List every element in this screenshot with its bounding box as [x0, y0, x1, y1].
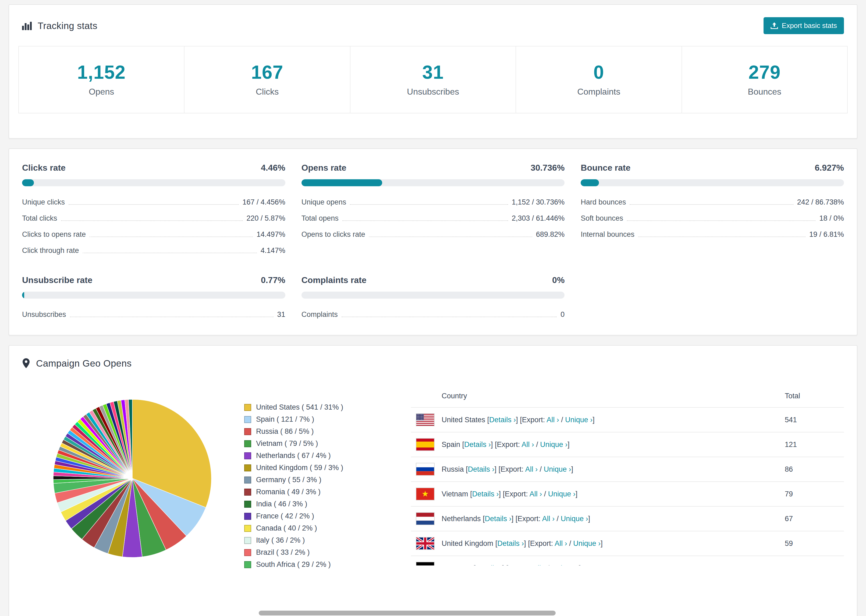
- export-unique-link[interactable]: Unique ›: [565, 416, 592, 424]
- country-name: Vietnam: [442, 490, 468, 498]
- rate-row-value: 14.497%: [257, 230, 285, 239]
- legend-label: France ( 42 / 2% ): [256, 512, 314, 520]
- country-total: 55: [785, 564, 844, 566]
- details-link[interactable]: Details ›: [472, 490, 499, 498]
- progress-bar-track: [22, 179, 285, 186]
- export-basic-stats-button[interactable]: Export basic stats: [764, 17, 844, 34]
- page: Tracking stats Export basic stats 1,152 …: [0, 0, 866, 616]
- progress-bar-fill: [581, 179, 599, 186]
- flag-icon-nl: [416, 512, 435, 525]
- table-header: Country Total: [411, 384, 844, 407]
- export-all-link[interactable]: All ›: [521, 440, 534, 449]
- rate-row-label: Unsubscribes: [22, 310, 66, 319]
- pie-chart-wrap: [52, 398, 213, 559]
- dotted-leader: [70, 317, 274, 317]
- summary-row: 1,152 Opens 167 Clicks 31 Unsubscribes 0…: [18, 46, 848, 113]
- legend-item: United States ( 541 / 31% ): [244, 403, 361, 412]
- bar-chart-icon: [22, 22, 32, 30]
- table-row: United States [Details ›] [Export: All ›…: [411, 407, 844, 432]
- legend-swatch: [244, 549, 251, 556]
- dotted-leader: [342, 317, 557, 317]
- export-unique-link[interactable]: Unique ›: [561, 515, 588, 523]
- legend-item: Spain ( 121 / 7% ): [244, 415, 361, 424]
- details-link[interactable]: Details ›: [485, 515, 512, 523]
- legend-label: Vietnam ( 79 / 5% ): [256, 439, 318, 448]
- table-row: Spain [Details ›] [Export: All › / Uniqu…: [411, 432, 844, 457]
- legend-item: France ( 42 / 2% ): [244, 512, 361, 520]
- rate-row-value: 1,152 / 30.736%: [512, 198, 565, 206]
- rate-row-value: 31: [277, 310, 285, 319]
- horizontal-scrollbar[interactable]: [259, 611, 556, 616]
- country-name: Netherlands: [442, 515, 481, 523]
- country-total: 59: [785, 539, 844, 548]
- export-unique-link[interactable]: Unique ›: [573, 539, 601, 547]
- table-row: Germany [Details ›] [Export: All › / Uni…: [411, 556, 844, 566]
- legend-swatch: [244, 561, 251, 568]
- details-link[interactable]: Details ›: [468, 465, 494, 473]
- dotted-leader: [90, 237, 253, 237]
- rate-row-value: 0: [561, 310, 565, 319]
- rate-rows: Hard bounces 242 / 86.738% Soft bounces …: [581, 198, 844, 239]
- export-all-link[interactable]: All ›: [542, 515, 555, 523]
- details-link[interactable]: Details ›: [464, 440, 491, 449]
- export-unique-link[interactable]: Unique ›: [548, 490, 576, 498]
- rate-row-value: 19 / 6.81%: [809, 230, 844, 239]
- dotted-leader: [627, 220, 816, 221]
- details-link[interactable]: Details ›: [476, 564, 502, 566]
- card-header: Tracking stats Export basic stats: [9, 5, 857, 45]
- country-cell: United Kingdom [Details ›] [Export: All …: [442, 539, 785, 548]
- legend-item: Romania ( 49 / 3% ): [244, 488, 361, 496]
- stat-value: 167: [184, 61, 350, 83]
- progress-bar-fill: [22, 292, 24, 299]
- tracking-stats-card: Tracking stats Export basic stats 1,152 …: [9, 4, 857, 139]
- legend-label: South Africa ( 29 / 2% ): [256, 560, 331, 569]
- progress-bar-track: [301, 179, 565, 186]
- country-total: 121: [785, 440, 844, 449]
- export-all-link[interactable]: All ›: [546, 416, 559, 424]
- rate-row: Unsubscribes 31: [22, 310, 285, 319]
- export-unique-link[interactable]: Unique ›: [551, 564, 579, 566]
- legend-label: Netherlands ( 67 / 4% ): [256, 451, 331, 460]
- rate-row-value: 2,303 / 61.446%: [512, 214, 565, 223]
- rate-row: Unique opens 1,152 / 30.736%: [301, 198, 565, 206]
- export-all-link[interactable]: All ›: [529, 490, 542, 498]
- details-link[interactable]: Details ›: [489, 416, 516, 424]
- country-cell: Vietnam [Details ›] [Export: All › / Uni…: [442, 490, 785, 498]
- legend-label: Brazil ( 33 / 2% ): [256, 548, 310, 556]
- rate-row-label: Clicks to opens rate: [22, 230, 86, 239]
- rate-panel-header: Bounce rate 6.927%: [581, 163, 844, 173]
- rate-panel-header: Unsubscribe rate 0.77%: [22, 275, 285, 285]
- legend-swatch: [244, 501, 251, 508]
- rate-row-value: 4.147%: [261, 247, 285, 255]
- flag-cell: [411, 438, 442, 451]
- rate-percent: 4.46%: [261, 163, 285, 173]
- export-all-link[interactable]: All ›: [525, 465, 538, 473]
- stat-label: Clicks: [184, 87, 350, 97]
- rate-title: Opens rate: [301, 163, 346, 173]
- table-row: Netherlands [Details ›] [Export: All › /…: [411, 506, 844, 531]
- rate-percent: 0.77%: [261, 275, 285, 285]
- flag-icon-ru: [416, 463, 435, 476]
- card-header: Campaign Geo Opens: [9, 346, 857, 379]
- country-cell: Russia [Details ›] [Export: All › / Uniq…: [442, 465, 785, 473]
- legend-swatch: [244, 428, 251, 435]
- details-link[interactable]: Details ›: [497, 539, 524, 547]
- geo-table-body: United States [Details ›] [Export: All ›…: [411, 407, 844, 566]
- country-total: 79: [785, 490, 844, 498]
- progress-bar-track: [581, 179, 844, 186]
- export-all-link[interactable]: All ›: [533, 564, 545, 566]
- export-unique-link[interactable]: Unique ›: [544, 465, 571, 473]
- export-unique-link[interactable]: Unique ›: [540, 440, 567, 449]
- dotted-leader: [638, 237, 806, 237]
- country-name: Russia: [442, 465, 464, 473]
- rate-rows: Unsubscribes 31: [22, 310, 285, 319]
- legend-item: India ( 46 / 3% ): [244, 500, 361, 508]
- rate-rows: Complaints 0: [301, 310, 565, 319]
- dotted-leader: [342, 220, 508, 221]
- rates-grid: Clicks rate 4.46% Unique clicks 167 / 4.…: [22, 163, 844, 319]
- export-all-link[interactable]: All ›: [554, 539, 567, 547]
- legend-label: Romania ( 49 / 3% ): [256, 488, 321, 496]
- summary-stat-unsubscribes: 31 Unsubscribes: [350, 47, 516, 113]
- dotted-leader: [369, 237, 532, 237]
- export-icon: [770, 22, 778, 30]
